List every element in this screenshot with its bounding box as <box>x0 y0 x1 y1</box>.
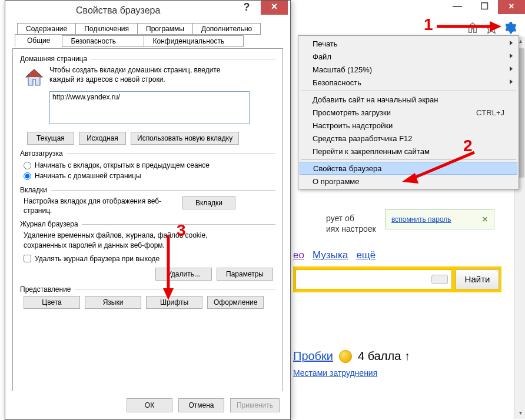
menu-item[interactable]: Безопасность <box>300 76 517 89</box>
page-nav: ео Музыка ещё <box>293 249 376 261</box>
radio-start-homepage[interactable]: Начинать с домашней страницы <box>24 171 275 181</box>
group-label-history: Журнал браузера <box>20 220 82 228</box>
settings-gear-icon[interactable] <box>504 21 517 34</box>
tab-Дополнительно[interactable]: Дополнительно <box>192 23 261 35</box>
svg-marker-5 <box>163 288 174 300</box>
traffic-link[interactable]: Пробки <box>293 349 333 363</box>
submenu-arrow-icon <box>510 54 513 58</box>
checkbox-delete-on-exit[interactable]: Удалять журнал браузера при выходе <box>24 254 275 264</box>
accessibility-button[interactable]: Оформление <box>207 296 264 309</box>
dialog-help-button[interactable]: ? <box>235 1 258 15</box>
traffic-detail-link[interactable]: Местами затруднения <box>293 368 377 378</box>
tab-Содержание[interactable]: Содержание <box>17 23 76 35</box>
menu-item-label: Безопасность <box>313 78 504 87</box>
traffic-widget: Пробки 4 балла ↑ <box>293 349 410 363</box>
menu-item-label: Печать <box>313 39 504 48</box>
nav-link-music[interactable]: Музыка <box>313 249 348 261</box>
page-text: рует об <box>326 214 354 223</box>
menu-item[interactable]: Печать <box>300 37 517 50</box>
colors-button[interactable]: Цвета <box>24 296 80 309</box>
scroll-down-arrow-icon[interactable]: ▾ <box>515 408 525 419</box>
virtual-keyboard-icon[interactable] <box>431 275 448 284</box>
annotation-arrow-3 <box>161 235 175 300</box>
apply-button[interactable]: Применить <box>230 398 280 412</box>
tabs-settings-button[interactable]: Вкладки <box>182 196 235 209</box>
menu-item-shortcut: CTRL+J <box>476 108 504 117</box>
search-button[interactable]: Найти <box>456 269 499 289</box>
menu-item[interactable]: Добавить сайт на начальный экран <box>300 93 517 106</box>
nav-link-video[interactable]: ео <box>293 249 304 261</box>
use-new-tab-button[interactable]: Использовать новую вкладку <box>131 132 239 145</box>
menu-item-label: Добавить сайт на начальный экран <box>313 95 504 104</box>
tab-Подключения[interactable]: Подключения <box>75 23 138 35</box>
menu-item[interactable]: Просмотреть загрузкиCTRL+J <box>300 106 517 119</box>
group-label-homepage: Домашняя страница <box>20 55 91 63</box>
cancel-button[interactable]: Отмена <box>178 398 224 412</box>
menu-item-label: Настроить надстройки <box>313 121 504 130</box>
annotation-3: 3 <box>177 221 186 240</box>
history-description: Удаление временных файлов, журнала, файл… <box>24 231 247 249</box>
close-banner-icon[interactable]: ✕ <box>482 215 488 224</box>
internet-options-dialog: Свойства браузера ? × СодержаниеПодключе… <box>5 0 291 420</box>
tab-panel-general: Домашняя страница Чтобы создать вкладки … <box>12 48 283 391</box>
menu-item-label: Масштаб (125%) <box>313 65 504 74</box>
dialog-tabs: СодержаниеПодключенияПрограммыДополнител… <box>12 23 283 49</box>
search-bar: Найти <box>293 266 501 292</box>
search-input[interactable] <box>295 269 452 289</box>
menu-item-label: Средства разработчика F12 <box>313 134 504 143</box>
use-default-button[interactable]: Исходная <box>79 132 126 145</box>
svg-marker-1 <box>490 21 501 32</box>
languages-button[interactable]: Языки <box>85 296 141 309</box>
svg-marker-3 <box>402 173 418 184</box>
tab-Конфиденциальность[interactable]: Конфиденциальность <box>144 35 244 47</box>
dialog-title: Свойства браузера <box>76 5 160 16</box>
group-label-tabs: Вкладки <box>20 186 51 194</box>
menu-item[interactable]: Настроить надстройки <box>300 119 517 132</box>
use-current-button[interactable]: Текущая <box>27 132 74 145</box>
window-minimize-button[interactable]: — <box>444 0 471 14</box>
traffic-light-icon <box>339 350 352 363</box>
svg-line-2 <box>411 152 474 179</box>
remember-password-link[interactable]: вспомнить пароль <box>391 215 451 224</box>
menu-item[interactable]: Масштаб (125%) <box>300 63 517 76</box>
radio-start-last-session[interactable]: Начинать с вкладок, открытых в предыдуще… <box>24 160 275 171</box>
remember-password-banner[interactable]: вспомнить пароль ✕ <box>385 209 494 229</box>
homepage-description: Чтобы создать вкладки домашних страниц, … <box>49 65 244 84</box>
tab-Безопасность[interactable]: Безопасность <box>62 35 144 47</box>
house-icon <box>24 66 45 88</box>
menu-item[interactable]: Средства разработчика F12 <box>300 132 517 145</box>
dialog-close-button[interactable]: × <box>261 1 288 15</box>
submenu-arrow-icon <box>510 66 513 71</box>
homepage-url-input[interactable] <box>49 91 250 124</box>
annotation-arrow-1 <box>437 20 501 33</box>
dialog-titlebar: Свойства браузера ? × <box>5 1 290 21</box>
menu-item[interactable]: Файл <box>300 50 517 63</box>
annotation-1: 1 <box>424 15 433 34</box>
history-settings-button[interactable]: Параметры <box>217 268 273 281</box>
menu-item-label: Файл <box>313 52 504 61</box>
menu-separator <box>301 91 516 91</box>
tab-Общие[interactable]: Общие <box>15 34 62 47</box>
dialog-footer: ОК Отмена Применить <box>5 391 290 419</box>
window-close-button[interactable]: × <box>498 0 525 14</box>
group-label-appearance: Представление <box>20 285 75 294</box>
nav-link-more[interactable]: ещё <box>356 249 376 261</box>
menu-item-label: Просмотреть загрузки <box>313 108 476 117</box>
tabs-description: Настройка вкладок для отображения веб-ст… <box>24 196 171 215</box>
submenu-arrow-icon <box>510 79 513 84</box>
traffic-score: 4 балла ↑ <box>358 349 410 363</box>
ok-button[interactable]: ОК <box>127 398 172 412</box>
submenu-arrow-icon <box>510 41 513 45</box>
group-label-startup: Автозагрузка <box>20 149 67 158</box>
annotation-2: 2 <box>463 136 473 155</box>
page-text: иях настроек <box>326 224 376 234</box>
window-maximize-button[interactable]: ☐ <box>471 0 498 14</box>
tab-Программы[interactable]: Программы <box>137 23 193 35</box>
